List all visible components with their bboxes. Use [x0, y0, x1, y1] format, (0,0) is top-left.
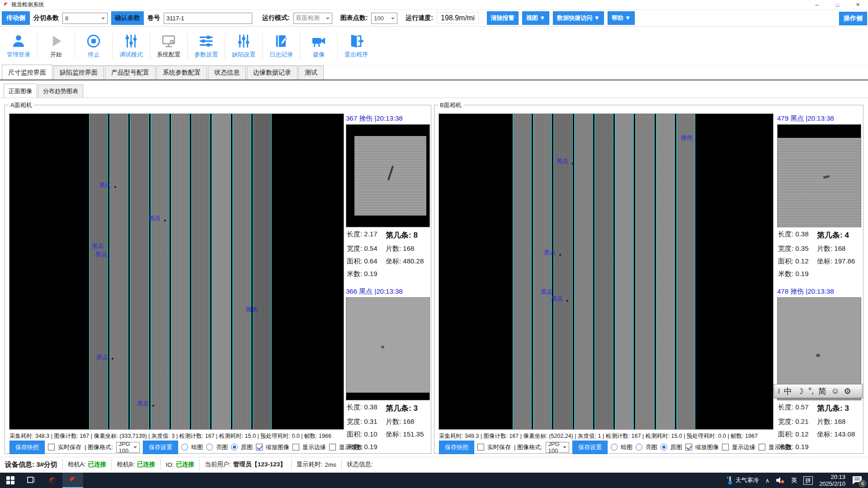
minimize-button[interactable]: ─	[807, 0, 827, 10]
sliders-vertical-icon	[123, 33, 140, 49]
strip	[171, 114, 190, 429]
slit-count-select[interactable]: 8	[62, 13, 108, 24]
defect-header[interactable]: 367 挫伤 |20:13:38	[346, 113, 430, 124]
strip	[191, 114, 210, 429]
start-button[interactable]	[0, 473, 21, 488]
camera-capture-button[interactable]: 摄像	[300, 29, 337, 63]
zoom-image-checkbox[interactable]	[685, 444, 692, 450]
defect-thumbnail[interactable]	[346, 124, 430, 227]
parameter-settings-button[interactable]: 参数设置	[188, 29, 225, 63]
volume-muted-icon[interactable]	[776, 477, 785, 484]
defect-thumbnail[interactable]	[777, 124, 861, 227]
defect-header[interactable]: 366 黑点 |20:13:38	[346, 286, 430, 297]
run-speed-value: 198.9m/mi	[437, 12, 479, 24]
data-quick-access-button[interactable]: 数据快捷访问 ▼	[553, 11, 604, 25]
drive-side-button[interactable]: 传动侧	[2, 11, 30, 25]
defect-header[interactable]: 479 黑点 |20:13:38	[777, 113, 861, 124]
roll-label: 卷号	[147, 14, 160, 22]
save-settings-button[interactable]: 保存设置	[572, 441, 608, 454]
bright-image-radio[interactable]	[206, 444, 213, 450]
ime-mode-toggle[interactable]: 中	[784, 386, 792, 397]
bright-image-radio[interactable]	[636, 444, 642, 450]
taskbar-clock[interactable]: 20:13 2025/2/10	[819, 474, 845, 487]
defect-label: 黑点	[99, 181, 111, 189]
save-snapshot-button[interactable]: 保存快照	[9, 441, 45, 454]
admin-login-button[interactable]: 管理登录	[0, 29, 37, 63]
defect-mark	[164, 220, 166, 221]
exit-program-button[interactable]: 退出程序	[338, 29, 375, 63]
tab-size-monitor[interactable]: 尺寸监控界面	[2, 65, 52, 80]
emoji-panel-icon[interactable]: ☺	[831, 386, 839, 396]
camera-b-image[interactable]: 挫伤 黑点 黑点 黑点 黑点	[439, 113, 774, 430]
strip	[594, 114, 613, 429]
roll-number-input[interactable]	[164, 13, 252, 24]
play-icon	[47, 33, 65, 49]
strip	[533, 114, 552, 429]
defect-label: 黑点	[96, 353, 108, 361]
taskbar-app-active[interactable]	[62, 473, 83, 488]
tray-expand-chevron[interactable]: ∧	[765, 477, 770, 484]
camera-b-status: 已连接	[137, 460, 156, 469]
chart-points-label: 图表点数:	[340, 14, 368, 22]
windows-taskbar: 天气寒冷 ∧ 英 拼 20:13 2025/2/10 6	[0, 473, 868, 488]
defect-thumbnail[interactable]	[346, 297, 430, 400]
image-format-select[interactable]: JPG 100	[546, 442, 569, 453]
ime-indicator[interactable]: 拼	[803, 476, 813, 485]
operate-side-button[interactable]: 操作侧	[839, 12, 867, 25]
fullwidth-moon-icon[interactable]: ☽	[797, 386, 804, 396]
simplified-toggle[interactable]: 简	[818, 386, 826, 397]
tab-system-params[interactable]: 系统参数配置	[156, 66, 207, 80]
system-config-button[interactable]: 系统配置	[150, 29, 187, 63]
defect-settings-button[interactable]: 缺陷设置	[225, 29, 262, 63]
tab-trend-chart[interactable]: 分布趋势图表	[38, 84, 83, 98]
start-button[interactable]: 开始	[38, 29, 75, 63]
dark-image-radio[interactable]	[611, 444, 618, 450]
slit-count-label: 分切条数	[33, 14, 59, 22]
close-button[interactable]: ✕	[848, 0, 868, 10]
debug-mode-button[interactable]: 调试模式	[113, 29, 150, 63]
taskbar-app[interactable]	[42, 473, 62, 488]
original-image-radio[interactable]	[660, 444, 667, 450]
view-menu-button[interactable]: 视图 ▼	[522, 11, 549, 25]
camera-a-image[interactable]: 黑点 黑点 黑点 黑点 挫伤 黑点 黑点	[9, 113, 344, 430]
ime-settings-gear-icon[interactable]: ⚙	[844, 386, 851, 396]
zoom-image-checkbox[interactable]	[256, 444, 263, 450]
defect-header[interactable]: 478 挫伤 |20:13:38	[777, 286, 861, 297]
save-settings-button[interactable]: 保存设置	[143, 441, 178, 454]
tab-test[interactable]: 测试	[298, 66, 324, 80]
weather-widget[interactable]: 天气寒冷	[726, 476, 759, 485]
notification-center-button[interactable]: 6	[852, 475, 863, 485]
help-menu-button[interactable]: 帮助 ▼	[608, 11, 635, 25]
tab-edge-data[interactable]: 边缘数据记录	[247, 66, 297, 80]
log-record-button[interactable]: 日志记录	[263, 29, 300, 63]
chart-points-select[interactable]: 100	[371, 13, 397, 24]
image-format-select[interactable]: JPG 100	[116, 442, 140, 453]
run-mode-select[interactable]: 双面检测	[293, 13, 332, 24]
save-snapshot-button[interactable]: 保存快照	[439, 441, 474, 454]
maximize-button[interactable]: □	[827, 0, 848, 10]
original-image-radio[interactable]	[231, 444, 238, 450]
tab-product-model[interactable]: 产品型号配置	[105, 66, 156, 80]
show-strips-checkbox[interactable]	[329, 444, 336, 450]
language-indicator[interactable]: 英	[791, 476, 797, 484]
show-strips-checkbox[interactable]	[759, 444, 765, 450]
drag-handle-icon[interactable]: ‖	[778, 388, 779, 395]
stop-button[interactable]: 停止	[75, 29, 112, 63]
io-connection: IO: 已连接	[160, 459, 200, 470]
tab-front-image[interactable]: 正面图像	[4, 84, 37, 98]
tab-status-info[interactable]: 状态信息	[208, 66, 246, 80]
show-edge-checkbox[interactable]	[722, 444, 729, 450]
realtime-save-checkbox[interactable]	[48, 444, 55, 450]
title-bar: 视觉检测系统 ─ □ ✕	[0, 0, 868, 10]
punctuation-toggle-icon[interactable]: °,	[808, 386, 814, 396]
confirm-count-button[interactable]: 确认条数	[111, 11, 144, 25]
realtime-save-checkbox[interactable]	[477, 444, 484, 450]
task-view-button[interactable]	[21, 473, 42, 488]
strip	[151, 114, 170, 429]
show-edge-checkbox[interactable]	[292, 444, 299, 450]
dark-image-radio[interactable]	[181, 444, 188, 450]
stop-icon	[85, 33, 102, 49]
tab-defect-monitor[interactable]: 缺陷监控界面	[53, 66, 104, 80]
device-info: 设备信息: 3#分切	[0, 459, 63, 470]
clear-alarm-button[interactable]: 清除报警	[487, 11, 519, 25]
